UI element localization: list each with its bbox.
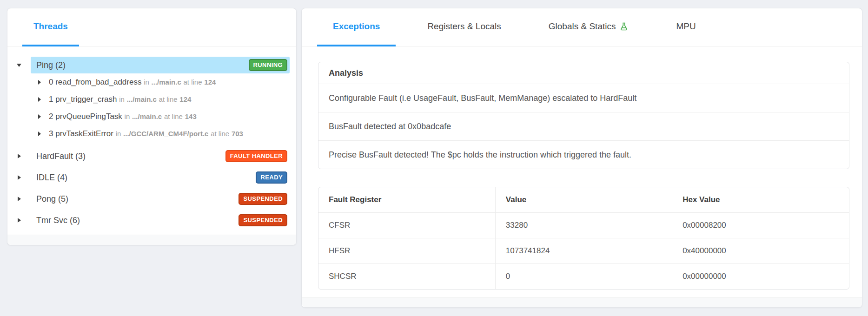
frame-path: .../GCC/ARM_CM4F/port.c (123, 130, 208, 138)
status-badge-ready: READY (256, 171, 287, 184)
cell-register: SHCSR (318, 264, 495, 290)
cell-value: 1073741824 (495, 238, 672, 264)
table-row-hfsr: HFSR 1073741824 0x40000000 (318, 238, 849, 264)
status-badge-running: RUNNING (249, 59, 287, 71)
frame-at-label: at line (211, 130, 229, 138)
frame-index: 0 (49, 78, 53, 86)
analysis-card: Analysis Configurable Fault (i.e UsageFa… (318, 62, 849, 169)
frame-path: .../main.c (132, 112, 162, 120)
analysis-row: Precise BusFault detected! The $pc holds… (318, 141, 849, 169)
thread-name: IDLE (4) (36, 173, 67, 183)
thread-main: IDLE (4) READY (31, 167, 290, 188)
table-row-cfsr: CFSR 33280 0x00008200 (318, 213, 849, 238)
thread-main: Tmr Svc (6) SUSPENDED (31, 210, 290, 231)
col-header-value: Value (495, 187, 672, 213)
caret-right-icon[interactable] (7, 197, 31, 201)
stack-frame-list: 0 read_from_bad_address in .../main.c at… (7, 73, 296, 142)
tab-threads-label: Threads (33, 21, 68, 32)
frame-index: 1 (49, 95, 53, 104)
tab-globals-statics[interactable]: Globals & Statics (533, 8, 645, 46)
cell-value: 0 (495, 264, 672, 290)
frame-path: .../main.c (152, 78, 181, 86)
status-badge-fault-handler: FAULT HANDLER (225, 150, 287, 162)
frame-line: 703 (232, 130, 243, 138)
thread-name: Ping (2) (36, 60, 66, 70)
analysis-row: BusFault detected at 0x0badcafe (318, 112, 849, 141)
tab-exceptions[interactable]: Exceptions (317, 8, 396, 46)
threads-tabbar: Threads (7, 8, 296, 46)
frame-text: 2 prvQueuePingTask in .../main.c at line… (49, 112, 197, 121)
fault-table-header-row: Fault Register Value Hex Value (318, 187, 849, 213)
frame-at-label: at line (159, 95, 178, 103)
thread-row-ping[interactable]: Ping (2) RUNNING (7, 57, 296, 73)
analysis-title: Analysis (318, 62, 849, 84)
frame-row-0[interactable]: 0 read_from_bad_address in .../main.c at… (7, 73, 296, 91)
tab-exceptions-label: Exceptions (333, 21, 380, 32)
thread-row-idle[interactable]: IDLE (4) READY (7, 167, 296, 188)
caret-right-icon[interactable] (7, 218, 31, 223)
frame-row-3[interactable]: 3 prvTaskExitError in .../GCC/ARM_CM4F/p… (7, 125, 296, 142)
frame-line: 143 (185, 112, 197, 120)
frame-path: .../main.c (127, 95, 157, 103)
frame-row-2[interactable]: 2 prvQueuePingTask in .../main.c at line… (7, 108, 296, 125)
frame-func: prv_trigger_crash (55, 95, 117, 104)
thread-list: Ping (2) RUNNING 0 read_from_bad_address… (7, 46, 296, 231)
frame-in-label: in (144, 78, 149, 86)
tab-registers-locals-label: Registers & Locals (427, 21, 501, 32)
caret-right-icon[interactable] (34, 132, 45, 136)
analysis-row: Configurable Fault (i.e UsageFault, BusF… (318, 84, 849, 112)
tab-mpu[interactable]: MPU (660, 8, 711, 46)
frame-in-label: in (119, 95, 125, 103)
thread-row-tmrsvc[interactable]: Tmr Svc (6) SUSPENDED (7, 210, 296, 231)
thread-row-pong[interactable]: Pong (5) SUSPENDED (7, 188, 296, 210)
cell-value: 33280 (495, 213, 672, 238)
caret-right-icon[interactable] (7, 175, 31, 180)
status-badge-suspended: SUSPENDED (239, 214, 287, 226)
thread-main: Pong (5) SUSPENDED (31, 188, 290, 210)
frame-text: 0 read_from_bad_address in .../main.c at… (49, 78, 216, 87)
fault-register-table: Fault Register Value Hex Value CFSR 3328… (318, 187, 849, 289)
caret-right-icon[interactable] (34, 80, 45, 85)
frame-text: 1 prv_trigger_crash in .../main.c at lin… (49, 95, 191, 104)
frame-func: read_from_bad_address (55, 78, 141, 86)
frame-text: 3 prvTaskExitError in .../GCC/ARM_CM4F/p… (49, 129, 243, 138)
thread-name: Tmr Svc (6) (36, 216, 80, 225)
exceptions-content: Analysis Configurable Fault (i.e UsageFa… (302, 46, 862, 290)
tab-registers-locals[interactable]: Registers & Locals (411, 8, 517, 46)
cell-register: HFSR (318, 238, 495, 264)
cell-hex: 0x00000000 (672, 264, 849, 290)
frame-func: prvQueuePingTask (55, 112, 122, 121)
frame-line: 124 (179, 95, 191, 103)
thread-group-ping: Ping (2) RUNNING 0 read_from_bad_address… (7, 57, 296, 142)
frame-at-label: at line (164, 112, 183, 120)
flask-icon (619, 21, 629, 32)
thread-name: HardFault (3) (36, 151, 86, 161)
frame-row-1[interactable]: 1 prv_trigger_crash in .../main.c at lin… (7, 91, 296, 108)
tab-mpu-label: MPU (676, 21, 696, 32)
frame-func: prvTaskExitError (55, 129, 113, 138)
cell-register: CFSR (318, 213, 495, 238)
caret-right-icon[interactable] (34, 97, 45, 102)
caret-right-icon[interactable] (34, 114, 45, 119)
caret-right-icon[interactable] (7, 154, 31, 158)
thread-selected-row[interactable]: Ping (2) RUNNING (31, 57, 290, 73)
col-header-fault-register: Fault Register (318, 187, 495, 213)
tab-threads[interactable]: Threads (22, 8, 79, 46)
col-header-hex-value: Hex Value (672, 187, 849, 213)
status-badge-suspended: SUSPENDED (239, 193, 287, 205)
frame-index: 3 (49, 129, 53, 138)
frame-index: 2 (49, 112, 53, 121)
thread-main: HardFault (3) FAULT HANDLER (31, 145, 290, 167)
fault-register-card: Fault Register Value Hex Value CFSR 3328… (318, 187, 849, 290)
threads-panel: Threads Ping (2) RUNNING 0 read_from_bad… (7, 8, 297, 245)
tab-globals-statics-label: Globals & Statics (549, 21, 616, 32)
frame-in-label: in (116, 130, 121, 138)
table-row-shcsr: SHCSR 0 0x00000000 (318, 264, 849, 290)
caret-down-icon[interactable] (7, 64, 31, 67)
cell-hex: 0x40000000 (672, 238, 849, 264)
frame-line: 124 (204, 78, 216, 86)
cell-hex: 0x00008200 (672, 213, 849, 238)
thread-row-hardfault[interactable]: HardFault (3) FAULT HANDLER (7, 145, 296, 167)
threads-panel-footer (7, 235, 296, 245)
frame-at-label: at line (184, 78, 202, 86)
